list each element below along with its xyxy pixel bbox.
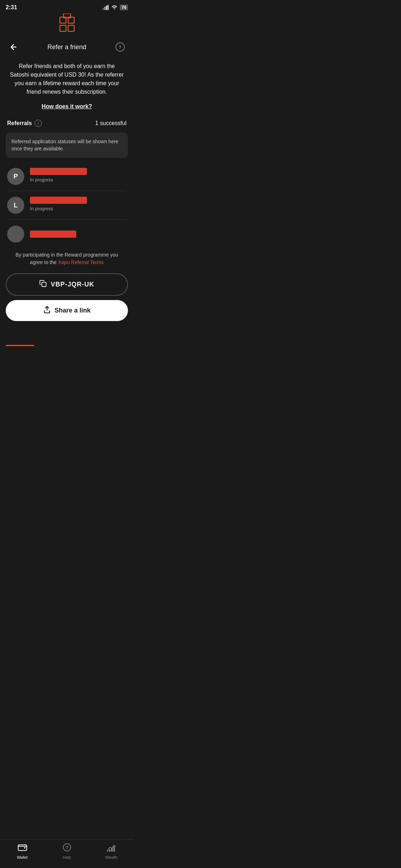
referral-info-partial <box>30 231 127 238</box>
referral-info: In progress <box>30 168 127 182</box>
svg-rect-7 <box>68 25 74 31</box>
svg-rect-11 <box>42 283 46 287</box>
referral-code-button[interactable]: VBP-JQR-UK <box>6 273 128 296</box>
referral-code: VBP-JQR-UK <box>51 281 94 288</box>
header: Refer a friend ? <box>0 38 134 59</box>
divider <box>7 191 127 191</box>
share-label: Share a link <box>55 307 91 314</box>
app-logo <box>56 14 78 35</box>
redacted-name-bar <box>30 197 87 204</box>
svg-text:?: ? <box>119 45 122 50</box>
svg-rect-1 <box>104 7 105 10</box>
referrals-count: 1 successful <box>95 120 127 126</box>
avatar-partial <box>7 226 24 243</box>
wifi-icon <box>111 5 118 10</box>
copy-icon <box>39 280 47 289</box>
referral-status: In progress <box>30 206 127 211</box>
active-tab-indicator <box>6 345 34 346</box>
redacted-name-bar <box>30 231 76 238</box>
how-does-it-work-link[interactable]: How does it work? <box>42 103 92 109</box>
referral-item-partial <box>0 221 134 247</box>
svg-rect-6 <box>60 25 66 31</box>
referral-item: P In progress <box>0 164 134 189</box>
redacted-name-bar <box>30 168 87 175</box>
header-help-button[interactable]: ? <box>114 41 127 53</box>
signal-icon <box>103 5 109 10</box>
how-link-container: How does it work? <box>0 102 134 117</box>
status-bar: 2:31 74 <box>0 0 134 14</box>
share-link-button[interactable]: Share a link <box>6 300 128 321</box>
referrals-header: Referrals i 1 successful <box>0 117 134 133</box>
svg-rect-2 <box>106 6 107 10</box>
referral-item: L In progress <box>0 192 134 218</box>
svg-rect-0 <box>103 8 104 10</box>
back-button[interactable] <box>7 41 20 53</box>
avatar: L <box>7 197 24 214</box>
status-time: 2:31 <box>6 4 17 11</box>
terms-text: By participating in the Reward programme… <box>0 247 134 272</box>
description-text: Refer friends and both of you earn the S… <box>0 59 134 102</box>
battery-icon: 74 <box>120 5 128 10</box>
logo-container <box>0 14 134 38</box>
terms-link[interactable]: Xapo Referral Terms <box>58 259 104 265</box>
share-icon <box>43 306 51 315</box>
referral-info: In progress <box>30 197 127 211</box>
status-icons: 74 <box>103 5 128 10</box>
referrals-notice: Referred application statuses will be sh… <box>6 133 128 158</box>
svg-rect-3 <box>107 5 108 10</box>
page-title: Refer a friend <box>47 43 86 51</box>
referrals-left: Referrals i <box>7 120 42 127</box>
referrals-label: Referrals <box>7 120 32 126</box>
divider <box>7 219 127 220</box>
avatar: P <box>7 168 24 185</box>
referral-status: In progress <box>30 177 127 182</box>
referrals-info-icon[interactable]: i <box>35 120 42 127</box>
